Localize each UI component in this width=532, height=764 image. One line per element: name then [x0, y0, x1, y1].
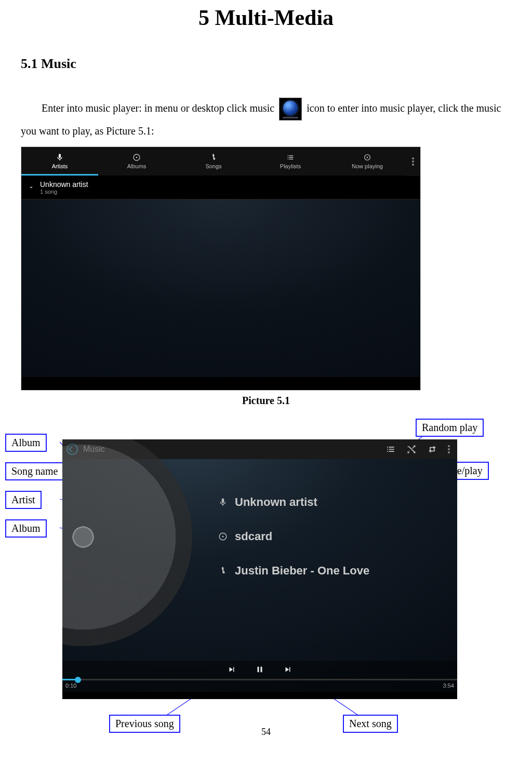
tab-songs-label: Songs: [205, 163, 221, 169]
svg-point-3: [367, 157, 368, 158]
repeat-icon[interactable]: [427, 444, 437, 454]
music-app-icon: [279, 98, 302, 120]
screenshot-music-library: Artists Albums Songs Playlists Now playi…: [21, 146, 421, 391]
tab-artists[interactable]: Artists: [21, 147, 98, 176]
annotation-label-artist: Artist: [5, 491, 42, 509]
previous-button[interactable]: [227, 665, 236, 674]
artist-name: Unknown artist: [40, 180, 88, 189]
shuffle-icon[interactable]: [406, 444, 417, 454]
intro-paragraph: Enter into music player: in menu or desk…: [21, 98, 511, 141]
tab-albums[interactable]: Albums: [98, 147, 175, 176]
overflow-menu-button[interactable]: [406, 147, 420, 176]
time-elapsed: 0:10: [65, 682, 76, 689]
disc-icon: [218, 532, 228, 541]
screenshot-now-playing: Music Unknown artist sdcard: [62, 439, 457, 699]
now-playing-song: Justin Bieber - One Love: [235, 564, 369, 578]
now-playing-artist: Unknown artist: [235, 495, 317, 509]
tab-playlists-label: Playlists: [280, 163, 301, 169]
microphone-icon: [218, 498, 228, 507]
now-playing-album-row: sdcard: [218, 530, 369, 543]
now-playing-icon: [363, 153, 371, 162]
nav-bar: [21, 377, 420, 386]
pause-play-button[interactable]: [255, 665, 264, 674]
svg-point-13: [222, 536, 224, 538]
annotation-label-song-name: Song name: [5, 462, 64, 480]
chapter-title: 5 Multi-Media: [21, 0, 511, 30]
now-playing-artist-row: Unknown artist: [218, 495, 369, 509]
annotation-label-album: Album: [5, 519, 47, 538]
tab-now-playing[interactable]: Now playing: [329, 147, 406, 176]
progress-bar[interactable]: [62, 679, 457, 680]
list-icon: [286, 153, 295, 162]
figure-caption-1: Picture 5.1: [21, 395, 511, 407]
time-total: 3:54: [443, 682, 454, 689]
annotated-figure: Album Song name Artist Album Random play…: [0, 416, 532, 738]
artist-song-count: 1 song: [40, 189, 88, 195]
next-button[interactable]: [283, 665, 292, 674]
overflow-menu-button[interactable]: [448, 445, 450, 453]
tab-albums-label: Albums: [127, 163, 147, 169]
nav-bar: [62, 692, 457, 699]
treble-clef-icon: [209, 153, 218, 162]
tab-playlists[interactable]: Playlists: [252, 147, 329, 176]
intro-text-before: Enter into music player: in menu or desk…: [42, 102, 274, 114]
disc-icon: [132, 153, 141, 162]
microphone-icon: [56, 153, 64, 162]
now-playing-song-row: Justin Bieber - One Love: [218, 564, 369, 578]
tab-songs[interactable]: Songs: [175, 147, 252, 176]
tab-artists-label: Artists: [52, 163, 68, 169]
artist-row[interactable]: Unknown artist 1 song: [21, 176, 420, 199]
annotation-label-random-play: Random play: [416, 419, 484, 437]
annotation-label-album-art: Album: [5, 434, 47, 452]
library-empty-area: [21, 199, 420, 377]
now-playing-album: sdcard: [235, 530, 272, 543]
treble-clef-icon: [218, 566, 228, 575]
section-title: 5.1 Music: [21, 56, 511, 72]
tab-now-playing-label: Now playing: [352, 163, 383, 169]
annotation-label-next-song: Next song: [343, 715, 398, 733]
queue-icon[interactable]: [385, 444, 396, 454]
chevron-down-icon: [28, 184, 35, 191]
vertical-dots-icon: [412, 157, 414, 166]
svg-point-1: [136, 157, 138, 158]
album-art: [62, 439, 192, 646]
annotation-label-previous-song: Previous song: [109, 715, 180, 733]
